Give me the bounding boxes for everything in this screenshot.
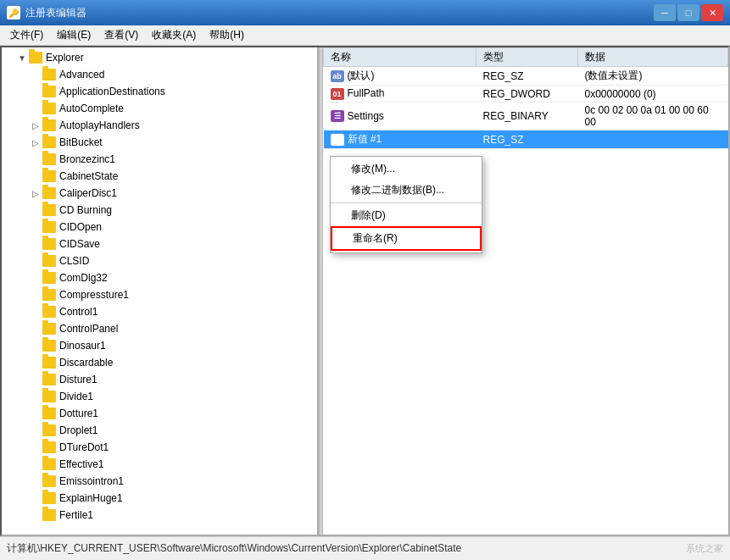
- tree-item[interactable]: Fertile1: [2, 507, 317, 524]
- menu-file[interactable]: 文件(F): [3, 26, 50, 44]
- tree-toggle[interactable]: [29, 339, 42, 352]
- tree-toggle[interactable]: [29, 254, 42, 268]
- folder-icon: [42, 103, 56, 114]
- tree-toggle[interactable]: [29, 152, 42, 166]
- tree-toggle[interactable]: [29, 85, 42, 98]
- tree-toggle[interactable]: [29, 237, 42, 251]
- tree-item[interactable]: ▷CaliperDisc1: [2, 185, 317, 202]
- reg-type: REG_BINARY: [476, 103, 578, 130]
- table-row[interactable]: ab(默认)REG_SZ(数值未设置): [324, 67, 728, 86]
- tree-item-label: Emissointron1: [59, 475, 124, 487]
- tree-toggle[interactable]: [29, 68, 42, 81]
- tree-item[interactable]: Bronzezinc1: [2, 151, 317, 168]
- tree-item[interactable]: CLSID: [2, 252, 317, 269]
- app-icon: 🔑: [7, 6, 20, 19]
- tree-toggle[interactable]: [29, 491, 42, 505]
- tree-toggle[interactable]: [29, 424, 42, 437]
- folder-icon: [42, 289, 56, 301]
- tree-item[interactable]: Control1: [2, 303, 317, 320]
- tree-label: Explorer: [46, 52, 84, 64]
- table-row[interactable]: 01FullPathREG_DWORD0x00000000 (0): [324, 86, 728, 103]
- table-header-row: 名称 类型 数据: [324, 48, 728, 67]
- tree-item[interactable]: ▷AutoplayHandlers: [2, 117, 317, 134]
- folder-icon: [42, 424, 56, 436]
- tree-toggle[interactable]: ▷: [29, 119, 42, 132]
- reg-data: (数值未设置): [578, 67, 728, 86]
- folder-icon: [42, 153, 56, 165]
- tree-item-label: ExplainHuge1: [59, 492, 123, 504]
- tree-root-explorer[interactable]: ▼ Explorer: [2, 49, 317, 66]
- tree-item[interactable]: ComDlg32: [2, 269, 317, 286]
- tree-item[interactable]: Disture1: [2, 371, 317, 388]
- folder-icon: [42, 441, 56, 453]
- tree-toggle[interactable]: [29, 373, 42, 386]
- tree-item[interactable]: DTureDot1: [2, 439, 317, 456]
- context-menu: 修改(M)... 修改二进制数据(B)... 删除(D) 重命名(R): [330, 156, 482, 253]
- minimize-button[interactable]: ─: [654, 4, 676, 21]
- folder-icon: [42, 69, 56, 80]
- tree-panel[interactable]: ▼ Explorer AdvancedApplicationDestinatio…: [2, 47, 319, 535]
- menu-edit[interactable]: 编辑(E): [50, 26, 98, 44]
- ctx-delete[interactable]: 删除(D): [331, 205, 482, 226]
- tree-toggle[interactable]: [29, 356, 42, 369]
- folder-icon: [42, 340, 56, 352]
- tree-item[interactable]: Emissointron1: [2, 473, 317, 490]
- registry-table: 名称 类型 数据 ab(默认)REG_SZ(数值未设置)01FullPathRE…: [323, 47, 728, 149]
- tree-toggle[interactable]: [29, 441, 42, 454]
- tree-toggle[interactable]: [29, 474, 42, 488]
- ctx-modify-binary[interactable]: 修改二进制数据(B)...: [331, 180, 482, 201]
- tree-toggle[interactable]: [29, 457, 42, 471]
- menu-view[interactable]: 查看(V): [98, 26, 145, 44]
- tree-item[interactable]: CabinetState: [2, 168, 317, 185]
- tree-item[interactable]: ApplicationDestinations: [2, 83, 317, 100]
- ctx-modify[interactable]: 修改(M)...: [331, 158, 482, 180]
- tree-item[interactable]: AutoComplete: [2, 100, 317, 117]
- tree-toggle[interactable]: [29, 508, 42, 522]
- tree-toggle[interactable]: [29, 390, 42, 403]
- type-icon: ab: [331, 70, 344, 82]
- tree-item[interactable]: CIDSave: [2, 236, 317, 252]
- expand-icon[interactable]: ▼: [15, 51, 29, 64]
- menu-favorites[interactable]: 收藏夹(A): [145, 26, 203, 44]
- tree-toggle[interactable]: [29, 102, 42, 115]
- tree-toggle[interactable]: [29, 407, 42, 420]
- tree-toggle[interactable]: ▷: [29, 186, 42, 200]
- reg-type: REG_SZ: [476, 67, 578, 86]
- maximize-button[interactable]: □: [677, 4, 699, 21]
- tree-item[interactable]: Compressture1: [2, 286, 317, 303]
- col-name: 名称: [324, 48, 476, 67]
- tree-item[interactable]: Dinosaur1: [2, 337, 317, 354]
- close-button[interactable]: ✕: [701, 4, 723, 21]
- tree-item[interactable]: ▷BitBucket: [2, 134, 317, 151]
- table-row[interactable]: ab新值 #1REG_SZ: [324, 130, 728, 149]
- tree-toggle[interactable]: [29, 305, 42, 319]
- tree-toggle[interactable]: ▷: [29, 136, 42, 149]
- tree-item[interactable]: ExplainHuge1: [2, 490, 317, 507]
- tree-toggle[interactable]: [29, 322, 42, 335]
- tree-item[interactable]: CD Burning: [2, 202, 317, 219]
- tree-item[interactable]: Droplet1: [2, 422, 317, 439]
- tree-toggle[interactable]: [29, 203, 42, 217]
- table-row[interactable]: ☰SettingsREG_BINARY0c 00 02 00 0a 01 00 …: [324, 103, 728, 130]
- tree-toggle[interactable]: [29, 220, 42, 234]
- tree-item[interactable]: Advanced: [2, 66, 317, 83]
- tree-toggle[interactable]: [29, 271, 42, 285]
- ctx-rename[interactable]: 重命名(R): [331, 226, 482, 251]
- folder-icon: [42, 323, 56, 335]
- tree-item[interactable]: Dotture1: [2, 405, 317, 422]
- tree-item[interactable]: Effective1: [2, 456, 317, 473]
- tree-item-label: CaliperDisc1: [59, 187, 117, 199]
- folder-icon: [42, 475, 56, 487]
- tree-toggle[interactable]: [29, 288, 42, 302]
- window-controls: ─ □ ✕: [654, 4, 723, 21]
- menu-help[interactable]: 帮助(H): [203, 26, 251, 44]
- tree-item[interactable]: CIDOpen: [2, 219, 317, 236]
- folder-icon: [42, 170, 56, 182]
- tree-item[interactable]: Discardable: [2, 354, 317, 371]
- tree-item-label: ControlPanel: [59, 323, 118, 335]
- col-data: 数据: [578, 48, 728, 67]
- tree-item[interactable]: Divide1: [2, 388, 317, 405]
- tree-toggle[interactable]: [29, 169, 42, 183]
- tree-item[interactable]: ControlPanel: [2, 320, 317, 337]
- tree-item-label: ApplicationDestinations: [59, 86, 165, 97]
